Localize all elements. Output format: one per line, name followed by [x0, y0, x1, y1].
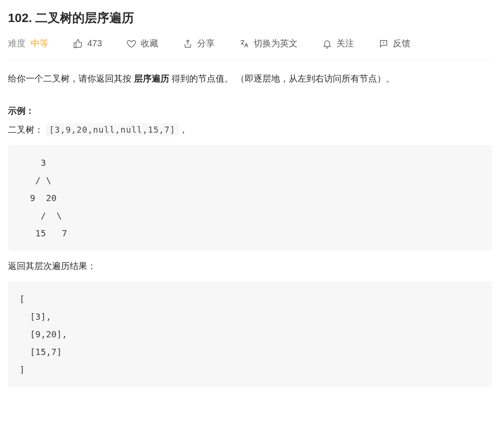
- bell-icon: [322, 39, 332, 49]
- like-button[interactable]: 473: [73, 36, 102, 51]
- switch-language-label: 切换为英文: [254, 36, 298, 51]
- switch-language-button[interactable]: 切换为英文: [239, 36, 298, 51]
- example-prefix: 二叉树：: [8, 125, 43, 134]
- return-label: 返回其层次遍历结果：: [8, 259, 492, 273]
- feedback-icon: [379, 39, 388, 49]
- example-input-line: 二叉树： [3,9,20,null,null,15,7]，: [8, 123, 492, 137]
- follow-button[interactable]: 关注: [322, 36, 354, 51]
- desc-text-bold: 层序遍历: [134, 74, 169, 83]
- share-label: 分享: [197, 36, 215, 51]
- desc-text-after: 得到的节点值。 （即逐层地，从左到右访问所有节点）。: [169, 74, 395, 83]
- example-suffix: ，: [179, 125, 188, 134]
- result-code-block: [ [3], [9,20], [15,7] ]: [8, 281, 492, 387]
- difficulty-value: 中等: [31, 36, 49, 51]
- favorite-button[interactable]: 收藏: [127, 36, 158, 51]
- difficulty-group: 难度 中等: [8, 36, 49, 51]
- example-heading: 示例：: [8, 104, 492, 118]
- follow-label: 关注: [336, 36, 354, 51]
- like-count: 473: [87, 36, 102, 51]
- heart-icon: [127, 39, 136, 49]
- problem-toolbar: 难度 中等 473 收藏 分享 切换为英文 关注 反馈: [8, 36, 492, 61]
- share-icon: [183, 39, 193, 49]
- thumbs-up-icon: [73, 39, 83, 49]
- problem-description: 给你一个二叉树，请你返回其按 层序遍历 得到的节点值。 （即逐层地，从左到右访问…: [8, 71, 492, 86]
- tree-diagram-block: 3 / \ 9 20 / \ 15 7: [8, 145, 492, 251]
- difficulty-label: 难度: [8, 36, 26, 51]
- favorite-label: 收藏: [141, 36, 158, 51]
- share-button[interactable]: 分享: [183, 36, 215, 51]
- page-title: 102. 二叉树的层序遍历: [8, 8, 492, 28]
- example-input-code: [3,9,20,null,null,15,7]: [46, 123, 179, 136]
- feedback-label: 反馈: [393, 36, 410, 51]
- feedback-button[interactable]: 反馈: [379, 36, 410, 51]
- desc-text-before: 给你一个二叉树，请你返回其按: [8, 74, 134, 83]
- translate-icon: [239, 39, 249, 49]
